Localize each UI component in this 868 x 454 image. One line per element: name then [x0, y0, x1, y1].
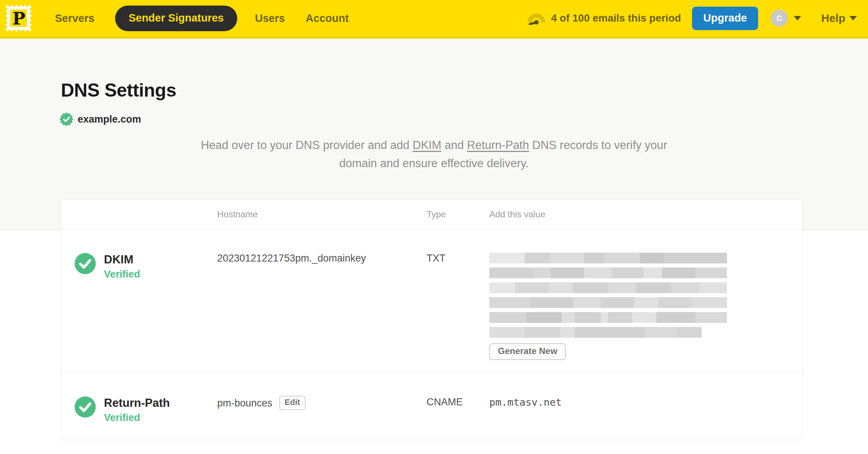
- top-nav: P Servers Sender Signatures Users Accoun…: [0, 0, 868, 39]
- verified-seal-icon: [59, 112, 74, 126]
- redacted-value-bar: [489, 312, 727, 323]
- help-caret-icon: [849, 16, 857, 20]
- column-header-type: Type: [427, 209, 489, 220]
- return-path-hostname: pm-bounces: [217, 398, 273, 409]
- return-path-link[interactable]: Return-Path: [467, 139, 529, 152]
- logo-letter: P: [12, 8, 25, 29]
- dkim-link[interactable]: DKIM: [412, 139, 441, 152]
- verified-check-icon: [75, 253, 96, 274]
- verified-check-icon: [75, 396, 96, 418]
- nav-item-account[interactable]: Account: [306, 12, 349, 25]
- usage-counter: 4 of 100 emails this period: [551, 12, 681, 24]
- instructions-part1: Head over to your DNS provider and add: [201, 139, 412, 152]
- nav-item-servers[interactable]: Servers: [55, 12, 94, 25]
- nav-item-sender-signatures-active[interactable]: Sender Signatures: [115, 6, 237, 31]
- usage-gauge-icon: [527, 12, 546, 25]
- help-menu[interactable]: Help: [821, 12, 857, 25]
- table-row-return-path: Return-Path Verified pm-bounces Edit CNA…: [61, 373, 802, 440]
- return-path-record-type: CNAME: [427, 396, 463, 408]
- record-name: DKIM: [104, 253, 140, 266]
- table-row-dkim: DKIM Verified 20230121221753pm._domainke…: [61, 229, 802, 373]
- edit-return-path-button[interactable]: Edit: [279, 396, 306, 410]
- domain-name: example.com: [78, 114, 141, 125]
- user-avatar[interactable]: C: [771, 10, 788, 27]
- record-status-badge: Verified: [104, 269, 140, 280]
- record-status-badge: Verified: [104, 412, 170, 424]
- redacted-value-bar: [489, 297, 727, 308]
- column-header-hostname: Hostname: [217, 209, 427, 220]
- avatar-menu-caret-icon[interactable]: [794, 16, 801, 20]
- page-title: DNS Settings: [61, 80, 176, 101]
- redacted-value-bar: [489, 253, 727, 263]
- dns-records-card: Hostname Type Add this value DKIM Verifi…: [61, 200, 803, 440]
- redacted-value-bar: [489, 267, 727, 278]
- table-header-row: Hostname Type Add this value: [61, 200, 802, 229]
- redacted-value-bar: [489, 282, 727, 293]
- help-label: Help: [821, 12, 845, 25]
- upgrade-button[interactable]: Upgrade: [692, 7, 758, 30]
- dkim-hostname: 20230121221753pm._domainkey: [217, 253, 366, 264]
- domain-row: example.com: [59, 112, 141, 126]
- instructions-text: Head over to your DNS provider and add D…: [200, 136, 668, 172]
- dkim-status-cell: DKIM Verified: [61, 229, 217, 372]
- dkim-record-type: TXT: [427, 253, 446, 264]
- instructions-part2: and: [441, 139, 467, 152]
- redacted-value-bar: [489, 327, 702, 338]
- return-path-value: pm.mtasv.net: [489, 396, 562, 408]
- column-header-value: Add this value: [489, 209, 802, 220]
- return-path-status-cell: Return-Path Verified: [61, 373, 217, 440]
- record-name: Return-Path: [104, 397, 170, 409]
- redacted-dkim-value: [489, 253, 727, 338]
- generate-new-button[interactable]: Generate New: [489, 343, 566, 360]
- nav-right-cluster: 4 of 100 emails this period Upgrade C He…: [527, 7, 857, 30]
- dns-settings-page: P Servers Sender Signatures Users Accoun…: [0, 0, 868, 454]
- nav-item-users[interactable]: Users: [255, 12, 285, 25]
- postmark-stamp-logo[interactable]: P: [4, 3, 33, 33]
